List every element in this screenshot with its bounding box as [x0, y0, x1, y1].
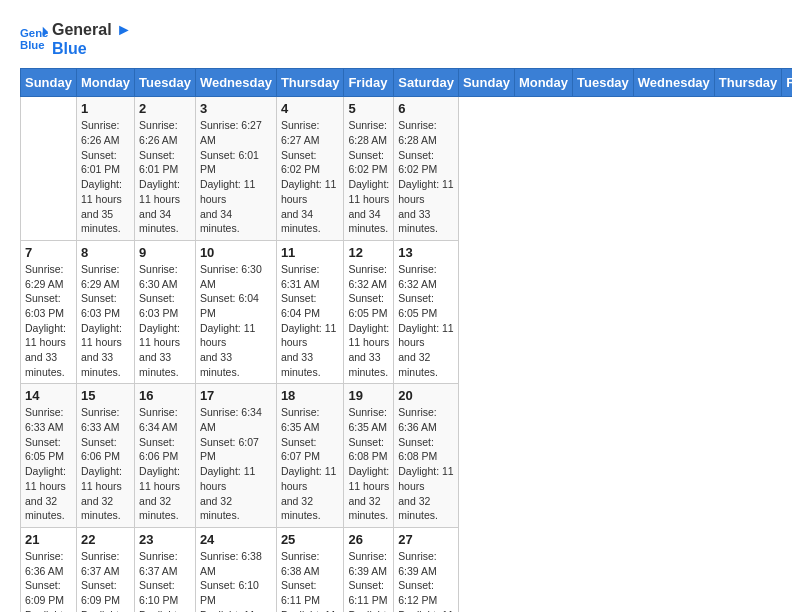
day-number: 5 [348, 101, 389, 116]
day-info: Sunrise: 6:32 AM Sunset: 6:05 PM Dayligh… [348, 262, 389, 380]
calendar-cell: 4Sunrise: 6:27 AM Sunset: 6:02 PM Daylig… [276, 97, 344, 241]
week-row-1: 1Sunrise: 6:26 AM Sunset: 6:01 PM Daylig… [21, 97, 793, 241]
day-info: Sunrise: 6:26 AM Sunset: 6:01 PM Dayligh… [81, 118, 130, 236]
week-row-3: 14Sunrise: 6:33 AM Sunset: 6:05 PM Dayli… [21, 384, 793, 528]
header-thursday: Thursday [276, 69, 344, 97]
logo: General Blue General ► Blue [20, 20, 132, 58]
calendar-cell: 26Sunrise: 6:39 AM Sunset: 6:11 PM Dayli… [344, 527, 394, 612]
col-header-thursday: Thursday [714, 69, 782, 97]
day-info: Sunrise: 6:35 AM Sunset: 6:07 PM Dayligh… [281, 405, 340, 523]
day-number: 18 [281, 388, 340, 403]
logo-line2: Blue [52, 39, 132, 58]
calendar-cell: 5Sunrise: 6:28 AM Sunset: 6:02 PM Daylig… [344, 97, 394, 241]
day-number: 19 [348, 388, 389, 403]
calendar-cell: 17Sunrise: 6:34 AM Sunset: 6:07 PM Dayli… [195, 384, 276, 528]
day-info: Sunrise: 6:26 AM Sunset: 6:01 PM Dayligh… [139, 118, 191, 236]
day-number: 7 [25, 245, 72, 260]
calendar-cell: 9Sunrise: 6:30 AM Sunset: 6:03 PM Daylig… [135, 240, 196, 384]
day-info: Sunrise: 6:32 AM Sunset: 6:05 PM Dayligh… [398, 262, 454, 380]
day-number: 12 [348, 245, 389, 260]
day-info: Sunrise: 6:38 AM Sunset: 6:11 PM Dayligh… [281, 549, 340, 612]
day-number: 21 [25, 532, 72, 547]
day-number: 9 [139, 245, 191, 260]
header-saturday: Saturday [394, 69, 459, 97]
calendar-cell: 6Sunrise: 6:28 AM Sunset: 6:02 PM Daylig… [394, 97, 459, 241]
calendar-cell [21, 97, 77, 241]
day-number: 4 [281, 101, 340, 116]
calendar-cell: 25Sunrise: 6:38 AM Sunset: 6:11 PM Dayli… [276, 527, 344, 612]
calendar-cell: 7Sunrise: 6:29 AM Sunset: 6:03 PM Daylig… [21, 240, 77, 384]
day-info: Sunrise: 6:38 AM Sunset: 6:10 PM Dayligh… [200, 549, 272, 612]
day-info: Sunrise: 6:29 AM Sunset: 6:03 PM Dayligh… [25, 262, 72, 380]
day-number: 6 [398, 101, 454, 116]
logo-icon: General Blue [20, 25, 48, 53]
day-number: 20 [398, 388, 454, 403]
calendar-cell: 19Sunrise: 6:35 AM Sunset: 6:08 PM Dayli… [344, 384, 394, 528]
calendar-cell: 10Sunrise: 6:30 AM Sunset: 6:04 PM Dayli… [195, 240, 276, 384]
day-number: 1 [81, 101, 130, 116]
day-number: 25 [281, 532, 340, 547]
day-info: Sunrise: 6:28 AM Sunset: 6:02 PM Dayligh… [348, 118, 389, 236]
header-monday: Monday [76, 69, 134, 97]
day-info: Sunrise: 6:33 AM Sunset: 6:06 PM Dayligh… [81, 405, 130, 523]
day-info: Sunrise: 6:30 AM Sunset: 6:04 PM Dayligh… [200, 262, 272, 380]
header-sunday: Sunday [21, 69, 77, 97]
calendar-cell: 15Sunrise: 6:33 AM Sunset: 6:06 PM Dayli… [76, 384, 134, 528]
calendar-cell: 11Sunrise: 6:31 AM Sunset: 6:04 PM Dayli… [276, 240, 344, 384]
day-info: Sunrise: 6:30 AM Sunset: 6:03 PM Dayligh… [139, 262, 191, 380]
day-number: 27 [398, 532, 454, 547]
day-number: 10 [200, 245, 272, 260]
day-info: Sunrise: 6:39 AM Sunset: 6:11 PM Dayligh… [348, 549, 389, 612]
calendar-cell: 27Sunrise: 6:39 AM Sunset: 6:12 PM Dayli… [394, 527, 459, 612]
logo-line1: General ► [52, 20, 132, 39]
day-info: Sunrise: 6:35 AM Sunset: 6:08 PM Dayligh… [348, 405, 389, 523]
calendar-cell: 23Sunrise: 6:37 AM Sunset: 6:10 PM Dayli… [135, 527, 196, 612]
calendar-table: SundayMondayTuesdayWednesdayThursdayFrid… [20, 68, 792, 612]
calendar-cell: 16Sunrise: 6:34 AM Sunset: 6:06 PM Dayli… [135, 384, 196, 528]
day-info: Sunrise: 6:36 AM Sunset: 6:09 PM Dayligh… [25, 549, 72, 612]
day-info: Sunrise: 6:39 AM Sunset: 6:12 PM Dayligh… [398, 549, 454, 612]
day-number: 15 [81, 388, 130, 403]
day-number: 23 [139, 532, 191, 547]
week-row-4: 21Sunrise: 6:36 AM Sunset: 6:09 PM Dayli… [21, 527, 793, 612]
week-row-2: 7Sunrise: 6:29 AM Sunset: 6:03 PM Daylig… [21, 240, 793, 384]
day-info: Sunrise: 6:27 AM Sunset: 6:02 PM Dayligh… [281, 118, 340, 236]
header-wednesday: Wednesday [195, 69, 276, 97]
calendar-cell: 3Sunrise: 6:27 AM Sunset: 6:01 PM Daylig… [195, 97, 276, 241]
page-header: General Blue General ► Blue [20, 20, 772, 58]
day-number: 17 [200, 388, 272, 403]
calendar-cell: 21Sunrise: 6:36 AM Sunset: 6:09 PM Dayli… [21, 527, 77, 612]
day-number: 24 [200, 532, 272, 547]
day-number: 26 [348, 532, 389, 547]
header-tuesday: Tuesday [135, 69, 196, 97]
day-number: 2 [139, 101, 191, 116]
day-info: Sunrise: 6:27 AM Sunset: 6:01 PM Dayligh… [200, 118, 272, 236]
col-header-friday: Friday [782, 69, 792, 97]
day-number: 3 [200, 101, 272, 116]
calendar-cell: 20Sunrise: 6:36 AM Sunset: 6:08 PM Dayli… [394, 384, 459, 528]
calendar-cell: 12Sunrise: 6:32 AM Sunset: 6:05 PM Dayli… [344, 240, 394, 384]
col-header-sunday: Sunday [458, 69, 514, 97]
calendar-cell: 14Sunrise: 6:33 AM Sunset: 6:05 PM Dayli… [21, 384, 77, 528]
day-number: 22 [81, 532, 130, 547]
day-info: Sunrise: 6:34 AM Sunset: 6:07 PM Dayligh… [200, 405, 272, 523]
calendar-cell: 22Sunrise: 6:37 AM Sunset: 6:09 PM Dayli… [76, 527, 134, 612]
day-number: 8 [81, 245, 130, 260]
day-number: 11 [281, 245, 340, 260]
calendar-cell: 18Sunrise: 6:35 AM Sunset: 6:07 PM Dayli… [276, 384, 344, 528]
col-header-monday: Monday [514, 69, 572, 97]
day-info: Sunrise: 6:37 AM Sunset: 6:09 PM Dayligh… [81, 549, 130, 612]
day-info: Sunrise: 6:29 AM Sunset: 6:03 PM Dayligh… [81, 262, 130, 380]
day-info: Sunrise: 6:28 AM Sunset: 6:02 PM Dayligh… [398, 118, 454, 236]
calendar-cell: 24Sunrise: 6:38 AM Sunset: 6:10 PM Dayli… [195, 527, 276, 612]
day-info: Sunrise: 6:31 AM Sunset: 6:04 PM Dayligh… [281, 262, 340, 380]
day-info: Sunrise: 6:37 AM Sunset: 6:10 PM Dayligh… [139, 549, 191, 612]
calendar-cell: 8Sunrise: 6:29 AM Sunset: 6:03 PM Daylig… [76, 240, 134, 384]
col-header-wednesday: Wednesday [633, 69, 714, 97]
day-number: 16 [139, 388, 191, 403]
col-header-tuesday: Tuesday [573, 69, 634, 97]
day-number: 14 [25, 388, 72, 403]
day-info: Sunrise: 6:33 AM Sunset: 6:05 PM Dayligh… [25, 405, 72, 523]
day-number: 13 [398, 245, 454, 260]
day-info: Sunrise: 6:36 AM Sunset: 6:08 PM Dayligh… [398, 405, 454, 523]
